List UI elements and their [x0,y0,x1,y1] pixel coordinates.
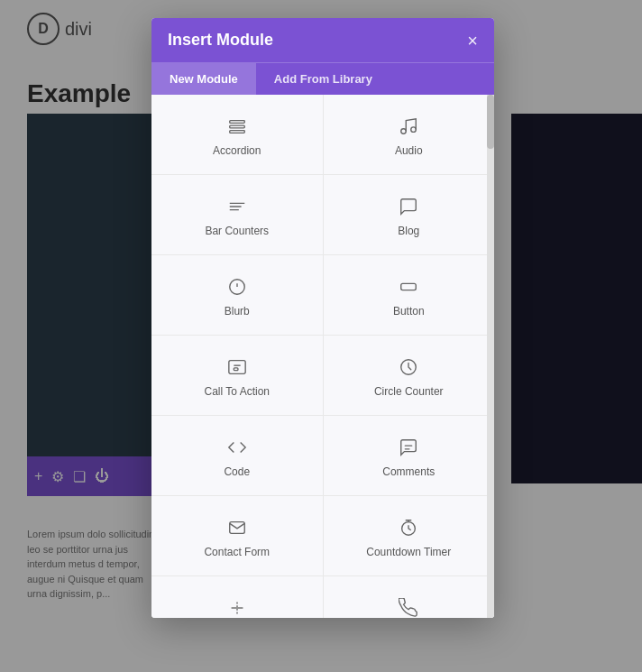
module-bar-counters[interactable]: Bar Counters [151,175,323,254]
blog-label: Blog [398,225,419,239]
module-circle-counter[interactable]: Circle Counter [324,336,495,415]
svg-rect-14 [234,368,238,371]
circle-counter-icon [399,354,418,380]
module-grid-wrapper: Accordion Audio Bar Counters [151,95,494,618]
audio-icon [399,114,418,139]
modal-header: Insert Module × [151,18,494,62]
scrollbar-thumb[interactable] [487,95,494,149]
contact-form-icon [227,515,247,540]
module-email-optin[interactable]: Email Optin [324,576,495,618]
bar-counters-label: Bar Counters [205,225,269,239]
comments-icon [399,435,418,460]
contact-form-label: Contact Form [204,546,270,560]
module-blog[interactable]: Blog [324,175,495,254]
countdown-timer-label: Countdown Timer [366,546,451,560]
insert-module-modal: Insert Module × New Module Add From Libr… [151,18,494,618]
svg-point-3 [401,129,407,134]
button-icon [399,274,418,299]
module-button[interactable]: Button [324,255,495,335]
bar-counters-icon [227,194,247,219]
module-contact-form[interactable]: Contact Form [151,496,323,575]
svg-point-4 [411,127,417,133]
circle-counter-label: Circle Counter [374,385,444,400]
svg-rect-12 [229,361,245,374]
module-blurb[interactable]: Blurb [151,255,323,335]
blog-icon [399,194,418,219]
module-accordion[interactable]: Accordion [151,95,323,174]
svg-rect-2 [230,131,245,133]
divider-icon [227,595,247,618]
call-to-action-label: Call To Action [205,385,271,400]
module-countdown-timer[interactable]: Countdown Timer [324,496,495,575]
svg-rect-0 [230,121,245,124]
tab-new-module[interactable]: New Module [151,63,256,95]
module-audio[interactable]: Audio [324,95,495,174]
module-divider[interactable]: Divider [151,576,323,618]
call-to-action-icon [227,354,247,380]
svg-rect-1 [230,125,245,128]
tab-add-from-library[interactable]: Add From Library [256,63,390,95]
accordion-label: Accordion [213,144,261,159]
module-comments[interactable]: Comments [324,416,495,495]
countdown-timer-icon [399,515,418,540]
module-code[interactable]: Code [151,416,323,495]
blurb-icon [227,274,247,299]
comments-label: Comments [382,465,435,480]
module-grid: Accordion Audio Bar Counters [151,95,494,618]
close-button[interactable]: × [467,32,478,50]
module-call-to-action[interactable]: Call To Action [151,336,323,415]
code-label: Code [224,465,250,480]
email-optin-icon [399,595,418,618]
audio-label: Audio [395,144,423,159]
blurb-label: Blurb [225,305,250,319]
modal-tabs: New Module Add From Library [151,62,494,95]
accordion-icon [227,114,247,139]
button-label: Button [393,305,425,319]
svg-rect-16 [230,522,245,534]
scrollbar-track[interactable] [487,95,494,618]
modal-title: Insert Module [168,31,273,50]
code-icon [227,435,247,460]
svg-rect-11 [401,284,417,290]
